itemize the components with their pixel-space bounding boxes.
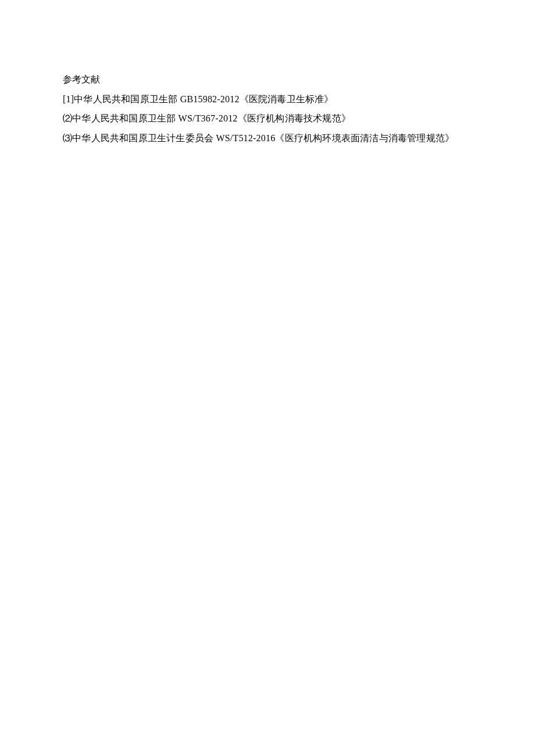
reference-entry: ⑵中华人民共和国原卫生部 WS/T367-2012《医疗机构消毒技术规范》 [63,109,472,128]
reference-entry: [1]中华人民共和国原卫生部 GB15982-2012《医院消毒卫生标准》 [63,89,472,109]
section-heading: 参考文献 [63,70,472,89]
reference-entry: ⑶中华人民共和国原卫生计生委员会 WS/T512-2016《医疗机构环境表面清洁… [63,128,472,148]
